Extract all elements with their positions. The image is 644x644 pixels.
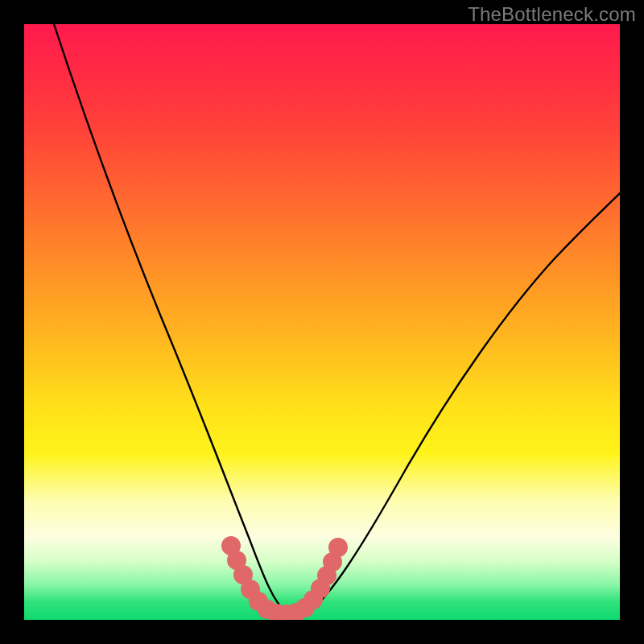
svg-point-2 <box>238 570 249 580</box>
svg-point-13 <box>328 557 338 568</box>
svg-point-12 <box>322 571 332 581</box>
pink-u-overlay <box>226 541 344 620</box>
svg-point-14 <box>333 543 344 553</box>
chart-plot-area <box>24 24 620 620</box>
black-v-curve <box>54 24 620 615</box>
chart-svg <box>24 24 620 620</box>
watermark-text: TheBottleneck.com <box>468 3 636 26</box>
svg-point-1 <box>232 555 242 566</box>
chart-frame: TheBottleneck.com <box>0 0 644 644</box>
svg-point-0 <box>226 541 237 551</box>
